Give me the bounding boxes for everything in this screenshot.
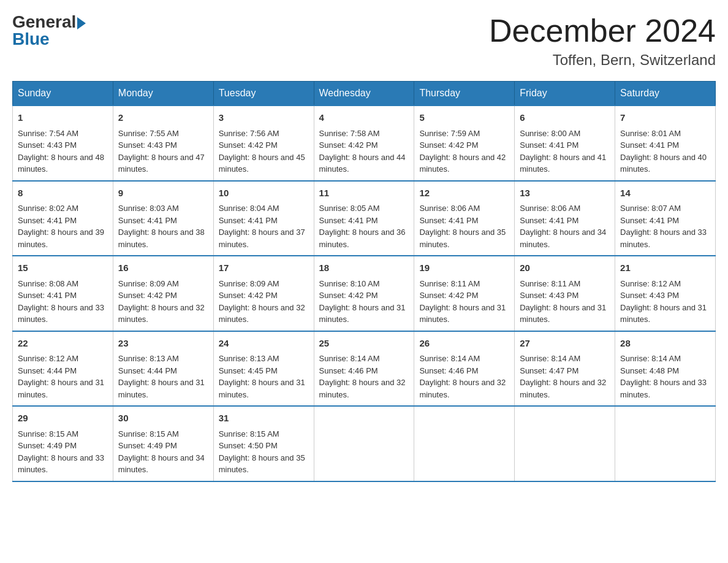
day-number: 1 bbox=[18, 111, 108, 125]
cell-content: Sunrise: 8:09 AMSunset: 4:42 PMDaylight:… bbox=[118, 278, 208, 326]
calendar-cell bbox=[414, 406, 515, 481]
calendar-cell: 23Sunrise: 8:13 AMSunset: 4:44 PMDayligh… bbox=[113, 331, 213, 407]
cell-content: Sunrise: 8:02 AMSunset: 4:41 PMDaylight:… bbox=[18, 202, 108, 250]
calendar-cell: 7Sunrise: 8:01 AMSunset: 4:41 PMDaylight… bbox=[615, 105, 716, 181]
day-number: 16 bbox=[118, 261, 208, 275]
calendar-cell: 6Sunrise: 8:00 AMSunset: 4:41 PMDaylight… bbox=[515, 105, 615, 181]
cell-content: Sunrise: 8:06 AMSunset: 4:41 PMDaylight:… bbox=[419, 202, 509, 250]
cell-content: Sunrise: 7:55 AMSunset: 4:43 PMDaylight:… bbox=[118, 128, 208, 175]
day-number: 14 bbox=[620, 186, 710, 201]
cell-content: Sunrise: 7:59 AMSunset: 4:42 PMDaylight:… bbox=[419, 128, 509, 175]
cell-content: Sunrise: 8:15 AMSunset: 4:50 PMDaylight:… bbox=[219, 428, 309, 476]
day-number: 28 bbox=[620, 337, 710, 351]
calendar-cell: 11Sunrise: 8:05 AMSunset: 4:41 PMDayligh… bbox=[314, 181, 414, 256]
calendar-cell bbox=[515, 406, 615, 481]
calendar-cell: 29Sunrise: 8:15 AMSunset: 4:49 PMDayligh… bbox=[13, 406, 113, 481]
calendar-week-row: 1Sunrise: 7:54 AMSunset: 4:43 PMDaylight… bbox=[13, 105, 716, 181]
calendar-header-tuesday: Tuesday bbox=[213, 82, 314, 106]
title-section: December 2024 Toffen, Bern, Switzerland bbox=[489, 12, 716, 69]
page-header: General Blue December 2024 Toffen, Bern,… bbox=[12, 12, 716, 69]
calendar-header-sunday: Sunday bbox=[13, 82, 113, 106]
calendar-week-row: 8Sunrise: 8:02 AMSunset: 4:41 PMDaylight… bbox=[13, 181, 716, 256]
calendar-cell bbox=[615, 406, 716, 481]
day-number: 20 bbox=[520, 261, 610, 275]
day-number: 24 bbox=[219, 337, 309, 351]
calendar-cell: 17Sunrise: 8:09 AMSunset: 4:42 PMDayligh… bbox=[213, 256, 314, 331]
calendar-cell: 4Sunrise: 7:58 AMSunset: 4:42 PMDaylight… bbox=[314, 105, 414, 181]
cell-content: Sunrise: 8:08 AMSunset: 4:41 PMDaylight:… bbox=[18, 278, 108, 326]
calendar-cell: 2Sunrise: 7:55 AMSunset: 4:43 PMDaylight… bbox=[113, 105, 213, 181]
day-number: 12 bbox=[419, 186, 509, 201]
day-number: 21 bbox=[620, 261, 710, 275]
calendar-cell: 16Sunrise: 8:09 AMSunset: 4:42 PMDayligh… bbox=[113, 256, 213, 331]
calendar-table: SundayMondayTuesdayWednesdayThursdayFrid… bbox=[12, 81, 716, 482]
cell-content: Sunrise: 8:00 AMSunset: 4:41 PMDaylight:… bbox=[520, 128, 610, 175]
calendar-cell: 27Sunrise: 8:14 AMSunset: 4:47 PMDayligh… bbox=[515, 331, 615, 407]
calendar-week-row: 15Sunrise: 8:08 AMSunset: 4:41 PMDayligh… bbox=[13, 256, 716, 331]
day-number: 31 bbox=[219, 412, 309, 426]
logo: General Blue bbox=[12, 12, 86, 49]
day-number: 23 bbox=[118, 337, 208, 351]
cell-content: Sunrise: 8:12 AMSunset: 4:44 PMDaylight:… bbox=[18, 353, 108, 400]
day-number: 9 bbox=[118, 186, 208, 201]
day-number: 5 bbox=[419, 111, 509, 125]
cell-content: Sunrise: 8:14 AMSunset: 4:46 PMDaylight:… bbox=[419, 353, 509, 400]
calendar-header-thursday: Thursday bbox=[414, 82, 515, 106]
cell-content: Sunrise: 7:54 AMSunset: 4:43 PMDaylight:… bbox=[18, 128, 108, 175]
calendar-cell: 21Sunrise: 8:12 AMSunset: 4:43 PMDayligh… bbox=[615, 256, 716, 331]
cell-content: Sunrise: 8:13 AMSunset: 4:44 PMDaylight:… bbox=[118, 353, 208, 400]
cell-content: Sunrise: 8:04 AMSunset: 4:41 PMDaylight:… bbox=[219, 202, 309, 250]
cell-content: Sunrise: 8:11 AMSunset: 4:43 PMDaylight:… bbox=[520, 278, 610, 326]
calendar-cell: 5Sunrise: 7:59 AMSunset: 4:42 PMDaylight… bbox=[414, 105, 515, 181]
calendar-cell: 3Sunrise: 7:56 AMSunset: 4:42 PMDaylight… bbox=[213, 105, 314, 181]
cell-content: Sunrise: 8:13 AMSunset: 4:45 PMDaylight:… bbox=[219, 353, 309, 400]
day-number: 19 bbox=[419, 261, 509, 275]
calendar-header-wednesday: Wednesday bbox=[314, 82, 414, 106]
cell-content: Sunrise: 8:09 AMSunset: 4:42 PMDaylight:… bbox=[219, 278, 309, 326]
cell-content: Sunrise: 8:01 AMSunset: 4:41 PMDaylight:… bbox=[620, 128, 710, 175]
calendar-cell: 12Sunrise: 8:06 AMSunset: 4:41 PMDayligh… bbox=[414, 181, 515, 256]
day-number: 8 bbox=[18, 186, 108, 201]
calendar-cell: 22Sunrise: 8:12 AMSunset: 4:44 PMDayligh… bbox=[13, 331, 113, 407]
cell-content: Sunrise: 8:14 AMSunset: 4:47 PMDaylight:… bbox=[520, 353, 610, 400]
cell-content: Sunrise: 8:12 AMSunset: 4:43 PMDaylight:… bbox=[620, 278, 710, 326]
calendar-cell: 30Sunrise: 8:15 AMSunset: 4:49 PMDayligh… bbox=[113, 406, 213, 481]
day-number: 27 bbox=[520, 337, 610, 351]
calendar-cell: 26Sunrise: 8:14 AMSunset: 4:46 PMDayligh… bbox=[414, 331, 515, 407]
day-number: 17 bbox=[219, 261, 309, 275]
calendar-cell: 13Sunrise: 8:06 AMSunset: 4:41 PMDayligh… bbox=[515, 181, 615, 256]
calendar-week-row: 22Sunrise: 8:12 AMSunset: 4:44 PMDayligh… bbox=[13, 331, 716, 407]
day-number: 11 bbox=[319, 186, 409, 201]
cell-content: Sunrise: 8:05 AMSunset: 4:41 PMDaylight:… bbox=[319, 202, 409, 250]
calendar-cell: 9Sunrise: 8:03 AMSunset: 4:41 PMDaylight… bbox=[113, 181, 213, 256]
calendar-cell: 20Sunrise: 8:11 AMSunset: 4:43 PMDayligh… bbox=[515, 256, 615, 331]
logo-blue-text: Blue bbox=[12, 29, 50, 49]
cell-content: Sunrise: 8:15 AMSunset: 4:49 PMDaylight:… bbox=[18, 428, 108, 476]
calendar-cell: 24Sunrise: 8:13 AMSunset: 4:45 PMDayligh… bbox=[213, 331, 314, 407]
cell-content: Sunrise: 8:07 AMSunset: 4:41 PMDaylight:… bbox=[620, 202, 710, 250]
cell-content: Sunrise: 8:06 AMSunset: 4:41 PMDaylight:… bbox=[520, 202, 610, 250]
day-number: 7 bbox=[620, 111, 710, 125]
day-number: 3 bbox=[219, 111, 309, 125]
day-number: 29 bbox=[18, 412, 108, 426]
location: Toffen, Bern, Switzerland bbox=[489, 52, 716, 69]
day-number: 4 bbox=[319, 111, 409, 125]
calendar-cell: 18Sunrise: 8:10 AMSunset: 4:42 PMDayligh… bbox=[314, 256, 414, 331]
calendar-cell: 10Sunrise: 8:04 AMSunset: 4:41 PMDayligh… bbox=[213, 181, 314, 256]
day-number: 6 bbox=[520, 111, 610, 125]
day-number: 30 bbox=[118, 412, 208, 426]
calendar-cell: 1Sunrise: 7:54 AMSunset: 4:43 PMDaylight… bbox=[13, 105, 113, 181]
calendar-cell: 31Sunrise: 8:15 AMSunset: 4:50 PMDayligh… bbox=[213, 406, 314, 481]
cell-content: Sunrise: 7:56 AMSunset: 4:42 PMDaylight:… bbox=[219, 128, 309, 175]
day-number: 25 bbox=[319, 337, 409, 351]
day-number: 2 bbox=[118, 111, 208, 125]
day-number: 13 bbox=[520, 186, 610, 201]
logo-arrow-icon bbox=[77, 17, 86, 29]
calendar-cell: 15Sunrise: 8:08 AMSunset: 4:41 PMDayligh… bbox=[13, 256, 113, 331]
calendar-header-friday: Friday bbox=[515, 82, 615, 106]
month-title: December 2024 bbox=[489, 12, 716, 49]
calendar-header-monday: Monday bbox=[113, 82, 213, 106]
calendar-cell bbox=[314, 406, 414, 481]
calendar-cell: 25Sunrise: 8:14 AMSunset: 4:46 PMDayligh… bbox=[314, 331, 414, 407]
cell-content: Sunrise: 8:14 AMSunset: 4:46 PMDaylight:… bbox=[319, 353, 409, 400]
